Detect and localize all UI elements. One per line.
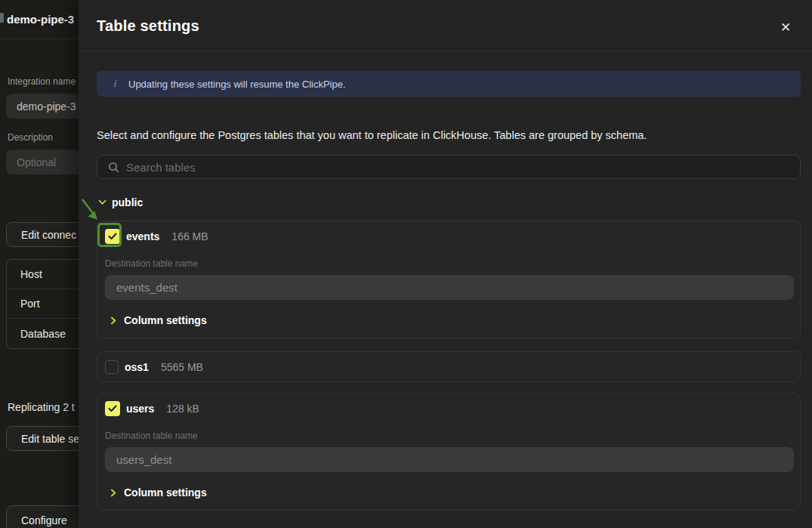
pipe-logo-icon — [0, 13, 4, 23]
events-destination-input[interactable] — [105, 275, 794, 300]
users-destination-input[interactable] — [105, 447, 794, 472]
table-card-events: events 166 MB Destination table name Col… — [97, 221, 801, 338]
schema-group-public[interactable]: public — [98, 196, 143, 208]
chevron-down-icon — [98, 199, 107, 205]
table-size: 128 kB — [166, 403, 199, 415]
table-name: oss1 — [125, 361, 149, 373]
replicating-tables-text: Replicating 2 t — [8, 401, 79, 413]
pipe-title: demo-pipe-3 — [7, 13, 79, 26]
search-input[interactable] — [126, 161, 800, 174]
edit-table-settings-button[interactable]: Edit table se — [6, 426, 79, 451]
table-settings-modal: Table settings ✕ i Updating these settin… — [79, 0, 812, 528]
configure-button[interactable]: Configure — [6, 505, 79, 528]
integration-name-label: Integration name — [8, 76, 79, 87]
checkmark-icon — [108, 233, 117, 240]
checkmark-icon — [108, 405, 117, 412]
connection-row-database: Database — [7, 319, 79, 348]
destination-table-label: Destination table name — [105, 258, 198, 269]
chevron-right-icon — [110, 489, 116, 497]
column-settings-label: Column settings — [124, 314, 207, 326]
events-checkbox[interactable] — [105, 229, 120, 244]
events-column-settings[interactable]: Column settings — [110, 314, 207, 326]
table-name: users — [126, 403, 154, 415]
connection-details-panel: Host Port Database — [6, 259, 79, 349]
connection-row-host: Host — [7, 260, 79, 289]
screen: demo-pipe-3 Integration name demo-pipe-3… — [0, 0, 812, 528]
search-tables-box[interactable] — [97, 155, 801, 179]
column-settings-label: Column settings — [124, 486, 207, 499]
table-name: events — [126, 230, 159, 242]
page-header: demo-pipe-3 — [0, 0, 79, 39]
info-banner: i Updating these settings will resume th… — [97, 71, 801, 97]
edit-connection-button[interactable]: Edit connec — [6, 222, 79, 247]
description-field[interactable]: Optional — [6, 150, 79, 174]
modal-header: Table settings ✕ — [79, 0, 812, 51]
info-banner-text: Updating these settings will resume the … — [128, 79, 346, 90]
destination-table-label: Destination table name — [105, 431, 198, 441]
table-card-users: users 128 kB Destination table name Colu… — [97, 393, 801, 511]
close-icon[interactable]: ✕ — [777, 20, 794, 36]
users-column-settings[interactable]: Column settings — [110, 486, 207, 499]
oss1-checkbox[interactable] — [105, 360, 119, 374]
modal-description: Select and configure the Postgres tables… — [97, 129, 801, 141]
background-page: demo-pipe-3 Integration name demo-pipe-3… — [0, 0, 79, 528]
integration-name-field[interactable]: demo-pipe-3 — [6, 94, 79, 119]
table-size: 166 MB — [171, 230, 208, 242]
table-size: 5565 MB — [161, 361, 203, 373]
connection-row-port: Port — [7, 289, 79, 319]
chevron-right-icon — [110, 316, 116, 325]
users-checkbox[interactable] — [105, 401, 120, 416]
schema-name: public — [112, 196, 143, 208]
table-card-oss1: oss1 5565 MB — [97, 351, 801, 382]
description-label: Description — [8, 132, 79, 143]
modal-title: Table settings — [97, 17, 199, 35]
search-icon — [108, 162, 119, 173]
info-icon: i — [110, 79, 120, 89]
